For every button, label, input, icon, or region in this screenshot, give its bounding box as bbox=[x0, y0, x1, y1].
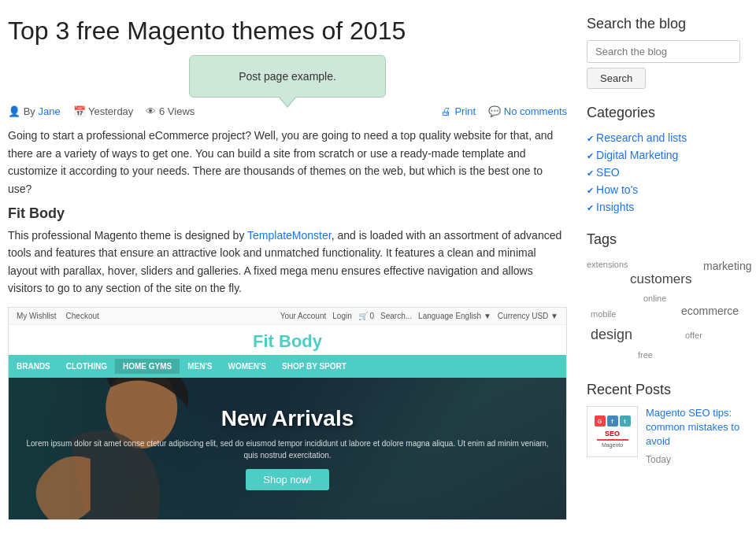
list-item: Insights bbox=[587, 198, 740, 216]
list-item: SEO bbox=[587, 164, 740, 181]
nav-cart: 🛒 0 bbox=[358, 312, 374, 320]
author-link[interactable]: Jane bbox=[38, 105, 60, 117]
recent-post-title-link[interactable]: Magento SEO tips: common mistakes to avo… bbox=[646, 406, 740, 449]
recent-post: G f t SEO Magento Magento SEO tips: comm… bbox=[587, 406, 740, 465]
tooltip-text: Post page example. bbox=[239, 70, 336, 83]
seo-icon-3: t bbox=[620, 416, 631, 427]
nav-currency: Currency USD ▼ bbox=[498, 312, 558, 320]
nav-wishlist: My Wishlist bbox=[17, 312, 57, 320]
tag-mobile[interactable]: mobile bbox=[591, 309, 616, 319]
post-thumbnail: G f t SEO Magento bbox=[587, 406, 638, 457]
nav-login: Login bbox=[332, 312, 351, 320]
views-meta: 👁 6 Views bbox=[146, 105, 195, 117]
seo-icons: G f t bbox=[595, 416, 631, 427]
category-link-insights[interactable]: Insights bbox=[596, 201, 634, 213]
search-section-title: Search the blog bbox=[587, 16, 740, 32]
seo-icon-1: G bbox=[595, 416, 606, 427]
views-value: 6 Views bbox=[159, 105, 195, 117]
brand-title: Fit Body bbox=[9, 325, 566, 355]
mock-nav: My Wishlist Checkout Your Account Login … bbox=[9, 308, 566, 325]
author-meta: 👤 By Jane bbox=[8, 105, 61, 117]
menu-clothing[interactable]: CLOTHING bbox=[58, 359, 115, 374]
category-link-research[interactable]: Research and lists bbox=[596, 131, 687, 144]
tag-extensions[interactable]: extensions bbox=[587, 260, 628, 269]
tag-online[interactable]: online bbox=[643, 294, 666, 303]
nav-account: Your Account bbox=[280, 312, 327, 320]
seo-thumb-inner: G f t SEO Magento bbox=[587, 407, 637, 456]
comments-link[interactable]: 💬 No comments bbox=[488, 105, 567, 117]
seo-icon-2: f bbox=[607, 416, 618, 427]
date-value: Yesterday bbox=[88, 105, 133, 117]
recent-post-date: Today bbox=[646, 454, 671, 465]
nav-language: Language English ▼ bbox=[418, 312, 491, 320]
search-button[interactable]: Search bbox=[587, 68, 646, 89]
section1-text: This professional Magento theme is desig… bbox=[8, 227, 567, 297]
tag-free[interactable]: free bbox=[638, 350, 653, 360]
tags-section: Tags extensions customers marketing onli… bbox=[587, 231, 740, 366]
print-icon: 🖨 bbox=[441, 105, 451, 117]
tag-ecommerce[interactable]: ecommerce bbox=[681, 305, 739, 317]
section1-text-before: This professional Magento theme is desig… bbox=[8, 229, 247, 242]
brand-plain: Body bbox=[274, 331, 322, 351]
mock-menu: BRANDS CLOTHING HOME GYMS MEN'S WOMEN'S … bbox=[9, 355, 566, 378]
tags-title: Tags bbox=[587, 231, 740, 248]
sidebar: Search the blog Search Categories Resear… bbox=[583, 8, 748, 528]
print-label: Print bbox=[454, 105, 476, 117]
recent-posts-section: Recent Posts G f t SEO Magento bbox=[587, 382, 740, 465]
search-input[interactable] bbox=[587, 40, 740, 63]
comment-icon: 💬 bbox=[488, 105, 501, 117]
list-item: Research and lists bbox=[587, 129, 740, 146]
categories-section: Categories Research and lists Digital Ma… bbox=[587, 105, 740, 216]
tag-offer[interactable]: offer bbox=[685, 331, 702, 340]
search-section: Search the blog Search bbox=[587, 16, 740, 89]
recent-posts-title: Recent Posts bbox=[587, 382, 740, 398]
tags-cloud: extensions customers marketing online mo… bbox=[587, 256, 740, 366]
hero-title: New Arrivals bbox=[221, 406, 354, 431]
shop-now-button[interactable]: Shop now! bbox=[246, 469, 328, 490]
menu-home-gyms[interactable]: HOME GYMS bbox=[115, 359, 180, 374]
mock-nav-left: My Wishlist Checkout bbox=[17, 312, 99, 320]
brand-colored: Fit bbox=[253, 331, 274, 351]
tag-design[interactable]: design bbox=[591, 327, 632, 343]
calendar-icon: 📅 bbox=[73, 105, 86, 117]
hero-section: New Arrivals Lorem ipsum dolor sit amet … bbox=[9, 378, 566, 519]
list-item: How to's bbox=[587, 181, 740, 198]
tooltip-wrapper: Post page example. bbox=[8, 55, 567, 98]
comments-label: No comments bbox=[504, 105, 567, 117]
print-link[interactable]: 🖨 Print bbox=[441, 105, 476, 117]
menu-mens[interactable]: MEN'S bbox=[180, 359, 220, 374]
categories-title: Categories bbox=[587, 105, 740, 121]
menu-sport[interactable]: SHOP BY SPORT bbox=[274, 359, 354, 374]
mock-nav-right: Your Account Login 🛒 0 Search... Languag… bbox=[280, 312, 558, 320]
category-link-seo[interactable]: SEO bbox=[596, 166, 620, 179]
user-icon: 👤 bbox=[8, 105, 20, 117]
category-list: Research and lists Digital Marketing SEO… bbox=[587, 129, 740, 216]
seo-sub: Magento bbox=[602, 442, 623, 448]
tag-customers[interactable]: customers bbox=[630, 271, 691, 287]
seo-bar bbox=[597, 439, 628, 441]
theme-preview: My Wishlist Checkout Your Account Login … bbox=[8, 307, 567, 520]
eye-icon: 👁 bbox=[146, 105, 156, 117]
section1-title: Fit Body bbox=[8, 205, 567, 222]
menu-womens[interactable]: WOMEN'S bbox=[220, 359, 275, 374]
recent-post-info: Magento SEO tips: common mistakes to avo… bbox=[646, 406, 740, 465]
page-title: Top 3 free Magento themes of 2015 bbox=[8, 16, 567, 46]
main-content: Top 3 free Magento themes of 2015 Post p… bbox=[0, 8, 583, 528]
intro-text: Going to start a professional eCommerce … bbox=[8, 127, 567, 198]
tag-marketing[interactable]: marketing bbox=[703, 260, 751, 272]
nav-search: Search... bbox=[380, 312, 412, 320]
nav-checkout: Checkout bbox=[66, 312, 99, 320]
category-link-digital[interactable]: Digital Marketing bbox=[596, 149, 678, 161]
hero-subtitle: Lorem ipsum dolor sit amet conse ctetur … bbox=[9, 438, 566, 461]
author-by: By bbox=[24, 105, 35, 117]
tooltip-box: Post page example. bbox=[189, 55, 386, 98]
category-link-howtos[interactable]: How to's bbox=[596, 183, 638, 196]
menu-brands[interactable]: BRANDS bbox=[9, 359, 58, 374]
list-item: Digital Marketing bbox=[587, 146, 740, 164]
date-meta: 📅 Yesterday bbox=[73, 105, 134, 117]
seo-label: SEO bbox=[605, 430, 620, 438]
templatemonster-link[interactable]: TemplateMon​ster bbox=[247, 229, 332, 242]
